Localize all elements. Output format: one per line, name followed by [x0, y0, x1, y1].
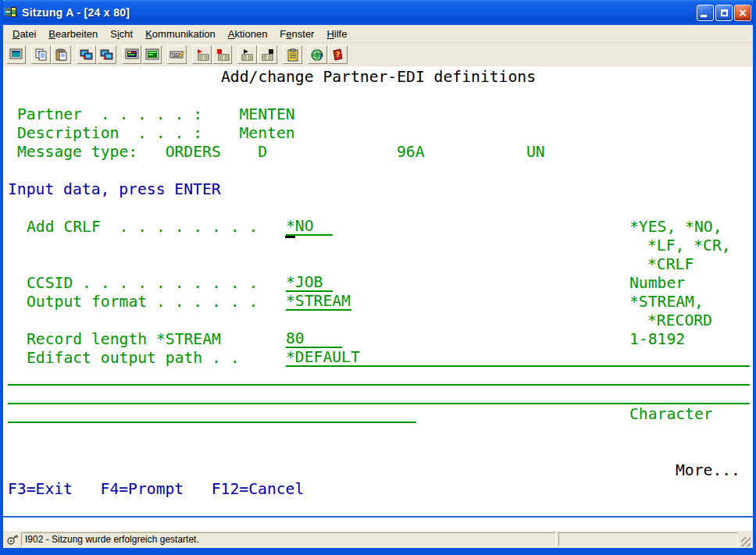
add-crlf-field[interactable]: *NO: [286, 218, 333, 236]
keyboard-setup-icon: [169, 48, 184, 61]
send-file-button[interactable]: [77, 45, 96, 64]
web-help-button[interactable]: ?: [308, 45, 327, 64]
record-length-values: 1-8192: [629, 330, 685, 349]
copy-button[interactable]: [31, 45, 51, 64]
quit-macro-icon: [261, 48, 275, 62]
function-keys-line: F3=Exit F4=Prompt F12=Cancel: [8, 480, 304, 499]
menu-bar: Datei Bearbeiten Sicht Kommunikation Akt…: [3, 25, 753, 43]
display-setup-icon: [125, 48, 139, 61]
menu-aktionen[interactable]: Aktionen: [222, 26, 274, 42]
character-hint: Character: [629, 405, 713, 424]
menu-bearbeiten[interactable]: Bearbeiten: [42, 26, 104, 42]
help-button[interactable]: ?: [328, 45, 348, 64]
window-title: Sitzung A - [24 x 80]: [22, 6, 697, 19]
title-bar[interactable]: Sitzung A - [24 x 80] ×: [0, 0, 756, 25]
quit-macro-button[interactable]: [258, 45, 277, 64]
edifact-path-field[interactable]: *DEFAULT: [286, 349, 750, 367]
path-continuation-field-1[interactable]: [8, 368, 750, 386]
output-format-values-2: *RECORD: [647, 311, 712, 330]
app-icon: [4, 6, 18, 20]
stop-macro-button[interactable]: [212, 45, 232, 64]
output-format-field[interactable]: *STREAM: [286, 293, 351, 311]
maximize-button[interactable]: [715, 5, 733, 21]
session-view-button[interactable]: [142, 45, 162, 64]
partner-line: Partner . . . . . : MENTEN: [17, 105, 295, 124]
stop-macro-icon: [216, 48, 230, 62]
paste-icon: [55, 48, 69, 62]
menu-fenster[interactable]: Fenster: [273, 26, 320, 42]
svg-text:?: ?: [336, 51, 340, 59]
add-crlf-values-2: *LF, *CR,: [647, 237, 731, 255]
record-length-label: Record length *STREAM: [27, 330, 221, 349]
new-session-icon: [9, 48, 23, 61]
status-message-panel: I902 - Sitzung wurde erfolgreich gestart…: [21, 532, 556, 546]
display-setup-button[interactable]: [122, 45, 141, 64]
receive-file-icon: [100, 48, 114, 62]
path-continuation-field-2[interactable]: [8, 386, 750, 404]
toolbar: ? ?: [3, 43, 753, 66]
play-macro-button[interactable]: [237, 45, 257, 64]
menu-kommunikation[interactable]: Kommunikation: [139, 26, 222, 42]
web-help-icon: ?: [311, 48, 324, 62]
session-view-icon: [145, 48, 159, 61]
message-type-line: Message type: ORDERS D 96A UN: [17, 143, 545, 162]
screen-title: Add/change Partner-EDI definitions: [221, 68, 536, 87]
help-icon: ?: [331, 48, 344, 62]
more-indicator: More...: [676, 461, 740, 480]
edifact-path-label: Edifact output path . .: [27, 349, 240, 368]
close-button[interactable]: ×: [734, 5, 751, 21]
terminal-screen[interactable]: Add/change Partner-EDI definitions Partn…: [3, 66, 753, 516]
output-format-values-1: *STREAM,: [629, 293, 704, 311]
menu-hilfe[interactable]: Hilfe: [320, 26, 353, 42]
ccsid-label: CCSID . . . . . . . . . .: [27, 274, 258, 293]
clipboard-icon: [287, 48, 299, 62]
character-field[interactable]: [8, 405, 416, 423]
minimize-icon: [701, 15, 707, 17]
menu-sicht[interactable]: Sicht: [104, 26, 139, 42]
emulator-window: Sitzung A - [24 x 80] × Datei Bearbeiten…: [0, 0, 756, 555]
menu-datei[interactable]: Datei: [6, 26, 42, 42]
resize-grip[interactable]: [741, 537, 751, 546]
status-message: I902 - Sitzung wurde erfolgreich gestart…: [25, 534, 199, 545]
add-crlf-label: Add CRLF . . . . . . . .: [27, 218, 258, 237]
ccsid-values: Number: [629, 274, 685, 293]
svg-text:?: ?: [319, 52, 323, 60]
receive-file-button[interactable]: [97, 45, 116, 64]
send-file-icon: [80, 48, 94, 62]
record-macro-icon: [195, 48, 209, 62]
status-bar: I902 - Sitzung wurde erfolgreich gestart…: [3, 531, 753, 548]
maximize-icon: [721, 9, 728, 16]
add-crlf-values-3: *CRLF: [647, 255, 694, 274]
output-format-label: Output format . . . . . .: [27, 293, 258, 311]
client-area-gap: [3, 516, 753, 531]
status-secondary-panel: [558, 532, 738, 546]
close-icon: ×: [738, 7, 747, 18]
record-macro-button[interactable]: [192, 45, 212, 64]
add-crlf-values-1: *YES, *NO,: [629, 218, 722, 237]
session-status-icon: [6, 533, 19, 546]
description-line: Description . . . : Menten: [17, 124, 295, 143]
text-cursor: [285, 236, 295, 238]
clipboard-button[interactable]: [283, 45, 302, 64]
new-session-button[interactable]: [6, 45, 26, 64]
copy-icon: [34, 48, 48, 62]
instruction-line: Input data, press ENTER: [8, 180, 221, 199]
play-macro-icon: [241, 48, 255, 62]
record-length-field[interactable]: 80: [286, 330, 342, 348]
keyboard-setup-button[interactable]: [167, 45, 187, 64]
ccsid-field[interactable]: *JOB: [286, 274, 333, 292]
paste-button[interactable]: [52, 45, 71, 64]
minimize-button[interactable]: [697, 5, 714, 21]
